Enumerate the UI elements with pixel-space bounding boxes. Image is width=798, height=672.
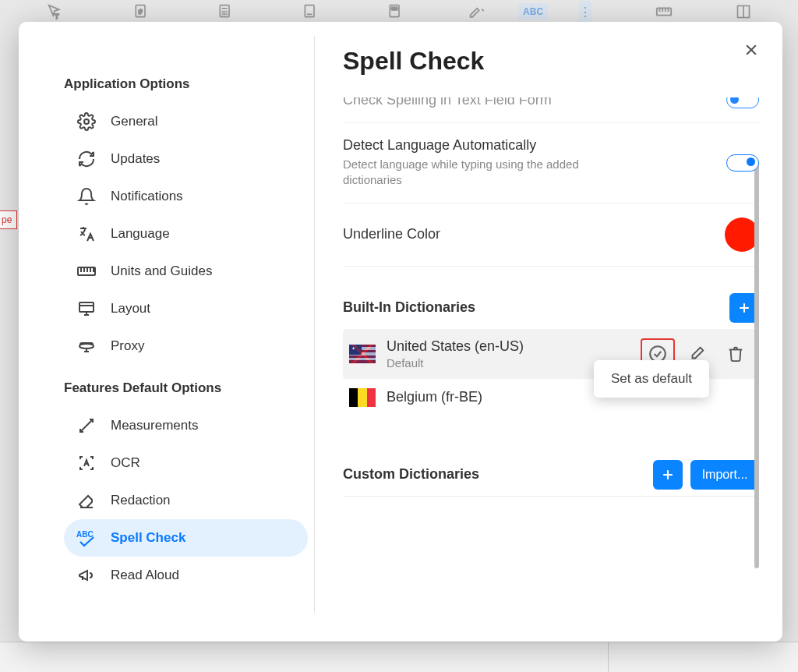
abc-highlight: ABC [518, 3, 548, 20]
row-sublabel: Detect language while typing using the a… [343, 157, 623, 189]
tooltip-text: Set as default [611, 371, 692, 386]
svg-text:ABC: ABC [76, 530, 94, 539]
ocr-icon [76, 453, 97, 473]
sidebar-item-label: Spell Check [111, 530, 185, 546]
section-title: Built-In Dictionaries [343, 299, 475, 316]
svg-point-5 [223, 12, 224, 12]
edit-dropdown-icon [468, 1, 487, 23]
add-custom-dictionary-button[interactable] [653, 460, 683, 490]
svg-text:010: 010 [391, 6, 398, 11]
sidebar-item-units[interactable]: Units and Guides [64, 253, 308, 290]
megaphone-icon [76, 565, 97, 585]
svg-text:#: # [138, 8, 142, 16]
svg-point-24 [84, 119, 89, 124]
binary-doc-icon: 010 [387, 1, 403, 23]
svg-line-38 [81, 420, 92, 431]
svg-point-6 [224, 12, 225, 12]
sidebar-item-label: Units and Guides [111, 263, 212, 279]
svg-text:T: T [55, 12, 59, 20]
delete-dictionary-button[interactable] [719, 338, 753, 370]
spellcheck-icon: ABC [76, 528, 97, 548]
sidebar-item-label: Language [111, 226, 170, 242]
dictionary-name: United States (en-US) [387, 338, 630, 355]
sidebar-item-proxy[interactable]: Proxy [64, 327, 308, 365]
row-label: Detect Language Automatically [343, 137, 623, 154]
ruler-icon [76, 261, 97, 281]
page-title: Spell Check [343, 47, 759, 76]
sidebar-item-label: Measurements [111, 418, 198, 433]
doc-icon [302, 1, 318, 23]
eraser-icon [76, 490, 97, 511]
row-label: Underline Color [343, 226, 440, 242]
flag-be-icon [349, 388, 376, 407]
ruler-icon [655, 1, 673, 23]
options-modal: Application Options General Updates Noti… [19, 22, 782, 642]
bg-bottom-pane [0, 642, 798, 672]
scrollbar[interactable] [754, 163, 759, 568]
tooltip-set-default: Set as default [594, 360, 709, 398]
flag-us-icon [349, 345, 376, 363]
options-sidebar: Application Options General Updates Noti… [19, 36, 315, 613]
import-label: Import... [702, 468, 748, 482]
proxy-icon [76, 336, 97, 356]
svg-point-35 [79, 344, 94, 348]
sidebar-item-ocr[interactable]: OCR [64, 444, 308, 482]
svg-rect-11 [305, 5, 314, 17]
bell-icon [76, 186, 97, 207]
sidebar-item-label: OCR [111, 455, 140, 471]
background-toolbar: T # 010 ABC ⋮ [0, 0, 798, 23]
measure-icon [76, 416, 97, 436]
gear-icon [76, 111, 97, 132]
sidebar-item-language[interactable]: Language [64, 215, 308, 253]
row-label: Check Spelling in Text Field Form [343, 97, 552, 108]
layout-icon [736, 1, 751, 23]
svg-rect-15 [656, 8, 670, 15]
svg-point-44 [650, 346, 666, 362]
calc-icon [217, 1, 233, 23]
sidebar-item-notifications[interactable]: Notifications [64, 178, 308, 215]
sidebar-item-general[interactable]: General [64, 103, 308, 140]
sidebar-item-label: Proxy [111, 338, 144, 354]
sidebar-item-label: Read Aloud [111, 568, 179, 583]
import-dictionary-button[interactable]: Import... [690, 460, 759, 490]
cursor-text-icon: T [47, 1, 64, 23]
hash-doc-icon: # [133, 1, 149, 23]
toggle-detect-language[interactable] [726, 154, 759, 172]
section-title: Custom Dictionaries [343, 466, 479, 483]
sidebar-item-layout[interactable]: Layout [64, 290, 308, 327]
sidebar-item-label: Notifications [111, 189, 183, 204]
sidebar-item-label: Redaction [111, 493, 171, 508]
translate-icon [76, 224, 97, 244]
sidebar-item-spellcheck[interactable]: ABC Spell Check [64, 519, 308, 557]
svg-point-10 [227, 14, 228, 15]
row-underline-color: Underline Color [343, 203, 759, 267]
sidebar-item-redaction[interactable]: Redaction [64, 482, 308, 519]
sidebar-item-updates[interactable]: Updates [64, 140, 308, 178]
more-dots-icon: ⋮ [579, 1, 591, 23]
sidebar-item-label: Layout [111, 301, 150, 317]
row-detect-language: Detect Language Automatically Detect lan… [343, 123, 759, 203]
builtin-dictionaries-header: Built-In Dictionaries [343, 293, 759, 323]
svg-rect-31 [79, 302, 94, 312]
svg-point-8 [223, 14, 224, 15]
sidebar-item-label: Updates [111, 151, 160, 167]
toggle-check-spelling[interactable] [726, 97, 759, 108]
sidebar-group-features-title: Features Default Options [64, 380, 308, 396]
bg-left-tab: pe [0, 210, 17, 229]
svg-point-9 [224, 14, 225, 15]
sidebar-item-readaloud[interactable]: Read Aloud [64, 557, 308, 594]
monitor-icon [76, 299, 97, 319]
svg-point-7 [227, 12, 228, 12]
sidebar-item-measurements[interactable]: Measurements [64, 407, 308, 444]
row-check-spelling-textfield: Check Spelling in Text Field Form [343, 97, 759, 123]
custom-dictionaries-header: Custom Dictionaries Import... [343, 460, 759, 490]
sync-icon [76, 149, 97, 169]
content-panel: Spell Check Check Spelling in Text Field… [315, 22, 782, 642]
sidebar-item-label: General [111, 114, 157, 129]
sidebar-group-app-title: Application Options [64, 76, 308, 92]
